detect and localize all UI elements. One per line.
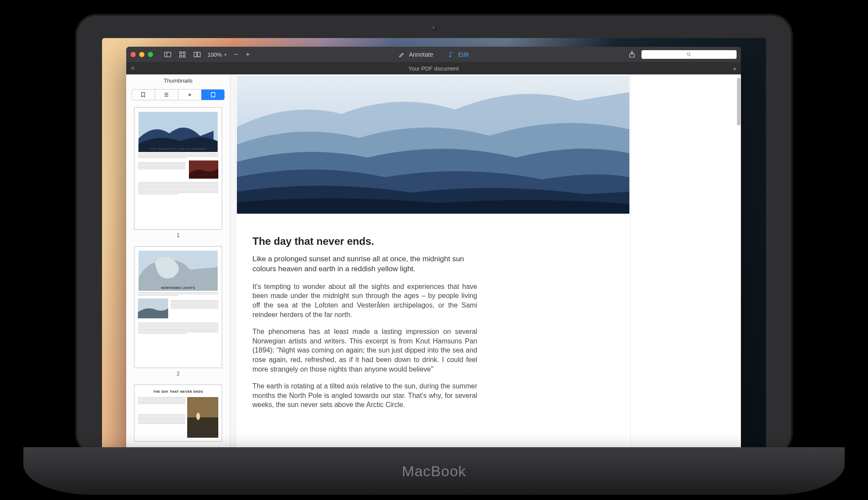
thumbnail-1-title: THE MIDNIGHT SUN IN NORWAY	[134, 147, 222, 151]
chevron-down-icon: ▾	[224, 52, 227, 57]
zoom-in-button[interactable]: +	[245, 50, 251, 59]
macbook-frame: 100% ▾ − + Annotate Edit	[75, 14, 793, 481]
camera-dot	[432, 26, 436, 30]
thumbnail-page-2[interactable]: NORTHERN LIGHTS	[134, 246, 222, 369]
app-body: Thumbnails A	[126, 74, 741, 452]
svg-rect-22	[187, 417, 218, 438]
svg-rect-3	[183, 52, 185, 54]
edit-label: Edit	[458, 51, 469, 58]
svg-rect-6	[194, 52, 197, 57]
screen: 100% ▾ − + Annotate Edit	[102, 38, 766, 452]
sidebar-heading: Thumbnails	[126, 74, 230, 87]
device-label: MacBook	[23, 463, 845, 480]
svg-rect-2	[180, 52, 182, 54]
grid-view-button[interactable]	[178, 50, 187, 59]
add-tab-button[interactable]: +	[733, 65, 737, 72]
zoom-window-button[interactable]	[148, 52, 153, 57]
share-button[interactable]	[628, 50, 636, 59]
article-body: The day that never ends. Like a prolonge…	[237, 214, 493, 410]
svg-rect-14	[211, 93, 215, 97]
thumbnail-1-number: 1	[134, 232, 222, 238]
document-tab-title[interactable]: Your PDF document	[408, 65, 459, 72]
annotations-tab[interactable]: A	[179, 90, 202, 100]
page-1: The day that never ends. Like a prolonge…	[236, 74, 631, 452]
zoom-value: 100%	[207, 51, 222, 58]
thumbnails-sidebar: Thumbnails A	[126, 74, 230, 452]
search-icon	[686, 52, 692, 57]
close-tab-button[interactable]: ✕	[131, 65, 135, 71]
sidebar-toggle-button[interactable]	[163, 50, 172, 59]
article-p2: It's tempting to wonder about all the si…	[252, 282, 477, 319]
thumbnails-tab[interactable]	[201, 90, 224, 100]
two-page-view-button[interactable]	[193, 50, 201, 59]
article-p3: The phenomena has at least made a lastin…	[252, 327, 477, 374]
svg-rect-0	[165, 52, 171, 57]
document-viewer[interactable]: The day that never ends. Like a prolonge…	[230, 74, 741, 452]
annotate-label: Annotate	[409, 51, 433, 58]
toolbar: 100% ▾ − + Annotate Edit	[126, 47, 741, 63]
window-controls	[131, 52, 153, 57]
laptop-lid: 100% ▾ − + Annotate Edit	[75, 14, 793, 455]
sidebar-mode-segmented: A	[131, 89, 225, 100]
article-lead: Like a prolonged sunset and sunrise all …	[252, 254, 477, 274]
thumbnail-page-1[interactable]: THE MIDNIGHT SUN IN NORWAY	[134, 107, 222, 230]
zoom-control[interactable]: 100% ▾	[207, 51, 227, 58]
svg-line-10	[689, 55, 690, 56]
inspector-panel	[631, 74, 741, 452]
svg-point-9	[687, 53, 690, 55]
svg-point-23	[196, 413, 200, 420]
svg-rect-7	[198, 52, 200, 57]
svg-rect-5	[183, 55, 185, 58]
laptop-base: MacBook	[23, 447, 845, 495]
zoom-out-button[interactable]: −	[233, 50, 239, 59]
minimize-window-button[interactable]	[139, 52, 144, 57]
svg-rect-4	[180, 55, 182, 58]
close-window-button[interactable]	[131, 52, 136, 57]
hero-image	[237, 75, 629, 214]
thumbnail-list[interactable]: THE MIDNIGHT SUN IN NORWAY	[126, 104, 230, 452]
sidebar-scrollbar[interactable]	[737, 78, 740, 125]
thumbnail-2-number: 2	[134, 371, 222, 377]
article-p4: The earth is rotating at a tilted axis r…	[252, 381, 477, 410]
thumbnail-2-title: NORTHERN LIGHTS	[134, 286, 222, 290]
thumbnail-page-3[interactable]: THE DAY THAT NEVER ENDS	[134, 385, 222, 442]
edit-button[interactable]: Edit	[448, 51, 469, 58]
bookmarks-tab[interactable]	[132, 90, 155, 100]
outline-tab[interactable]	[155, 90, 179, 100]
annotate-button[interactable]: Annotate	[399, 51, 433, 58]
article-heading: The day that never ends.	[252, 235, 477, 247]
pdf-app-window: 100% ▾ − + Annotate Edit	[126, 47, 741, 452]
tab-bar: ✕ Your PDF document +	[126, 63, 741, 74]
search-input[interactable]	[641, 50, 737, 59]
thumbnail-3-title: THE DAY THAT NEVER ENDS	[134, 390, 222, 394]
